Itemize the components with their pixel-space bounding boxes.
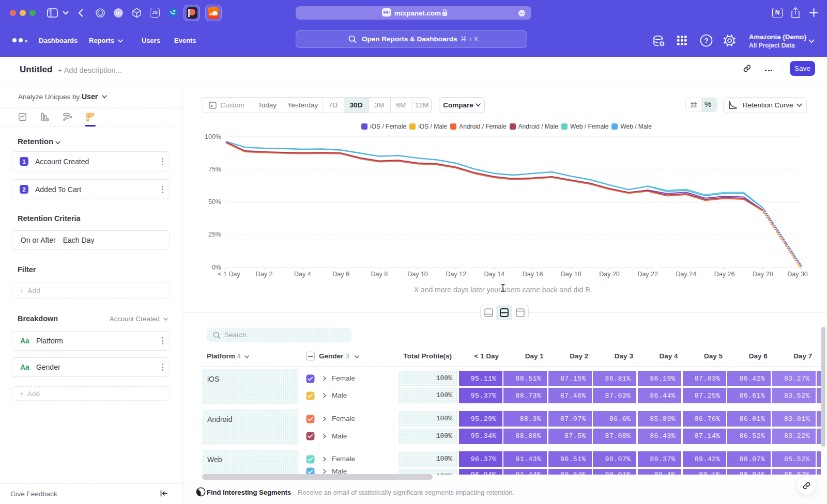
svg-text:Day 20: Day 20 <box>599 271 620 278</box>
svg-text:Day 18: Day 18 <box>561 271 581 278</box>
svg-text:Day 12: Day 12 <box>446 271 466 278</box>
svg-text:100%: 100% <box>205 133 221 140</box>
svg-text:50%: 50% <box>208 198 221 206</box>
svg-text:Day 4: Day 4 <box>294 271 311 278</box>
svg-text:Day 28: Day 28 <box>753 271 773 278</box>
svg-text:25%: 25% <box>208 231 221 238</box>
svg-text:Day 14: Day 14 <box>484 271 505 278</box>
svg-text:Day 24: Day 24 <box>676 271 697 278</box>
svg-text:75%: 75% <box>208 166 221 173</box>
svg-text:0%: 0% <box>212 264 221 271</box>
svg-text:Day 2: Day 2 <box>256 271 273 278</box>
svg-text:Day 26: Day 26 <box>714 271 735 278</box>
svg-text:Day 16: Day 16 <box>523 271 543 278</box>
svg-text:Day 30: Day 30 <box>787 271 808 278</box>
svg-text:Day 10: Day 10 <box>407 271 428 278</box>
svg-text:Day 8: Day 8 <box>371 271 388 278</box>
svg-text:Day 22: Day 22 <box>637 271 658 278</box>
svg-text:Day 6: Day 6 <box>332 271 349 278</box>
svg-text:< 1 Day: < 1 Day <box>218 271 240 278</box>
